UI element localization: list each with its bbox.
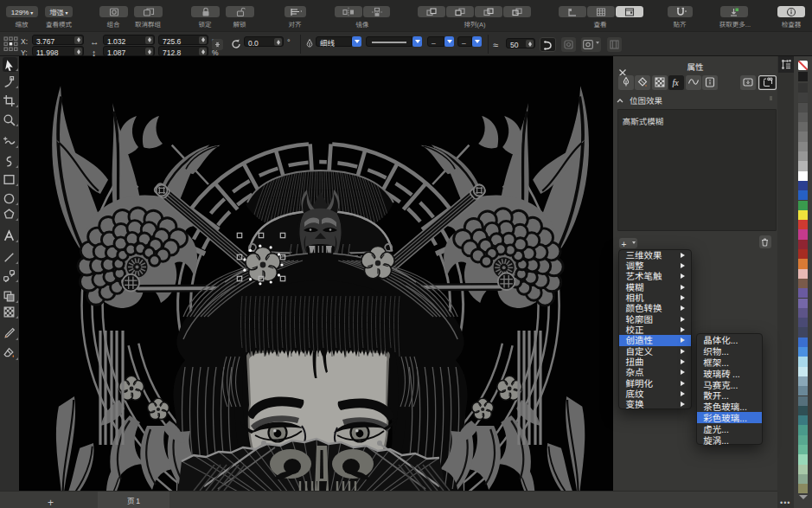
svg-text:fx: fx — [673, 78, 680, 87]
